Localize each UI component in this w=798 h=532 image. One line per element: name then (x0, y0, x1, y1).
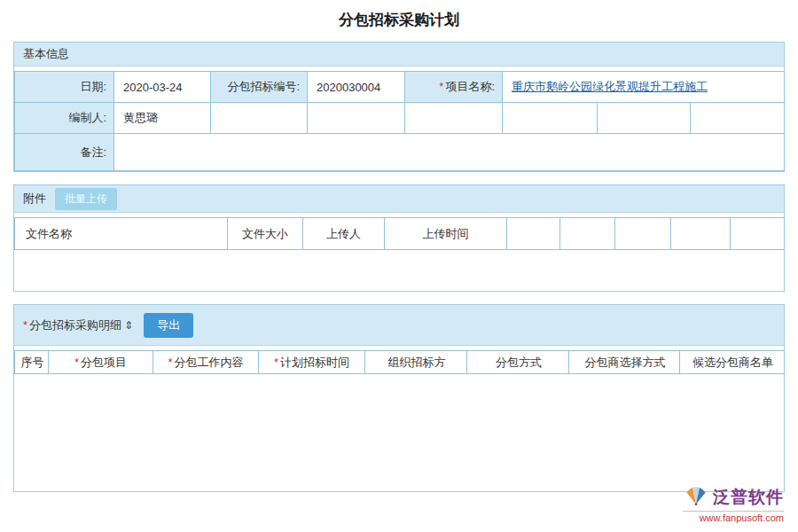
brand-website[interactable]: www.fanpusoft.com (683, 511, 784, 523)
col-organizer: 组织招标方 (365, 351, 467, 374)
col-work-content: *分包工作内容 (153, 351, 259, 374)
fan-logo-icon (683, 485, 709, 510)
attachments-section: 附件 批量上传 文件名称 文件大小 上传人 上传时间 (13, 184, 785, 292)
date-label: 日期: (15, 72, 114, 103)
basic-info-row-1: 日期: 2020-03-24 分包招标编号: 2020030004 *项目名称:… (15, 72, 785, 103)
footer-brand: 泛普软件 www.fanpusoft.com (683, 485, 784, 523)
attachments-title: 附件 (23, 191, 46, 207)
detail-header: * 分包招标采购明细 ⇕ 导出 (14, 305, 784, 346)
brand-row: 泛普软件 (683, 485, 784, 510)
project-name-cell: 重庆市鹅岭公园绿化景观提升工程施工 (503, 72, 785, 103)
empty-cell (560, 218, 615, 250)
empty-cell (671, 218, 731, 250)
required-asterisk: * (23, 318, 27, 332)
empty-cell (615, 218, 671, 250)
empty-cell (308, 103, 405, 134)
col-subcontract-item: *分包项目 (49, 351, 153, 374)
col-uploader: 上传人 (303, 218, 385, 250)
date-value[interactable]: 2020-03-24 (114, 72, 211, 103)
empty-cell (503, 103, 598, 134)
basic-info-title: 基本信息 (23, 46, 69, 62)
brand-name: 泛普软件 (713, 486, 784, 509)
bid-no-value[interactable]: 2020030004 (308, 72, 405, 103)
empty-cell (507, 218, 560, 250)
author-value[interactable]: 黄思璐 (114, 103, 211, 134)
col-file-name: 文件名称 (15, 218, 228, 250)
empty-cell (598, 103, 691, 134)
basic-info-row-2: 编制人: 黄思璐 (15, 103, 785, 134)
detail-table: 序号 *分包项目 *分包工作内容 *计划招标时间 组织招标方 分包方式 分包商选… (14, 350, 785, 374)
col-upload-time: 上传时间 (385, 218, 507, 250)
required-asterisk: * (439, 80, 443, 93)
empty-cell (691, 103, 785, 134)
attachments-empty-area (14, 250, 784, 291)
remark-label: 备注: (15, 134, 114, 171)
attachments-table-wrap: 文件名称 文件大小 上传人 上传时间 (14, 213, 784, 291)
empty-cell (405, 103, 503, 134)
batch-upload-button[interactable]: 批量上传 (55, 188, 117, 210)
project-name-label: *项目名称: (405, 72, 503, 103)
empty-cell (731, 218, 785, 250)
col-subcontract-method: 分包方式 (467, 351, 569, 374)
remark-value[interactable] (114, 134, 785, 171)
detail-empty-area (14, 374, 784, 491)
detail-table-wrap: 序号 *分包项目 *分包工作内容 *计划招标时间 组织招标方 分包方式 分包商选… (14, 346, 784, 491)
attachments-header-row: 文件名称 文件大小 上传人 上传时间 (15, 218, 785, 250)
basic-info-section: 基本信息 日期: 2020-03-24 分包招标编号: 2020030004 *… (13, 42, 785, 172)
detail-header-row: 序号 *分包项目 *分包工作内容 *计划招标时间 组织招标方 分包方式 分包商选… (15, 351, 785, 374)
col-file-size: 文件大小 (228, 218, 303, 250)
export-button[interactable]: 导出 (144, 313, 193, 338)
sort-arrows-icon[interactable]: ⇕ (124, 319, 133, 332)
empty-cell (211, 103, 308, 134)
col-plan-bid-time: *计划招标时间 (259, 351, 365, 374)
basic-info-header: 基本信息 (14, 43, 784, 66)
basic-info-row-3: 备注: (15, 134, 785, 171)
col-seq: 序号 (15, 351, 49, 374)
basic-info-table-wrap: 日期: 2020-03-24 分包招标编号: 2020030004 *项目名称:… (14, 66, 784, 171)
attachments-header: 附件 批量上传 (14, 185, 784, 213)
attachments-table: 文件名称 文件大小 上传人 上传时间 (14, 217, 785, 250)
author-label: 编制人: (15, 103, 114, 134)
bid-no-label: 分包招标编号: (211, 72, 308, 103)
project-name-link[interactable]: 重庆市鹅岭公园绿化景观提升工程施工 (512, 80, 708, 93)
basic-info-table: 日期: 2020-03-24 分包招标编号: 2020030004 *项目名称:… (14, 71, 785, 171)
detail-section: * 分包招标采购明细 ⇕ 导出 序号 *分包项目 *分包工作内容 *计划招标时间… (13, 304, 785, 492)
col-candidate-list: 候选分包商名单 (680, 351, 785, 374)
detail-title: 分包招标采购明细 (29, 317, 121, 333)
col-selection-method: 分包商选择方式 (569, 351, 680, 374)
page-title: 分包招标采购计划 (0, 0, 798, 42)
